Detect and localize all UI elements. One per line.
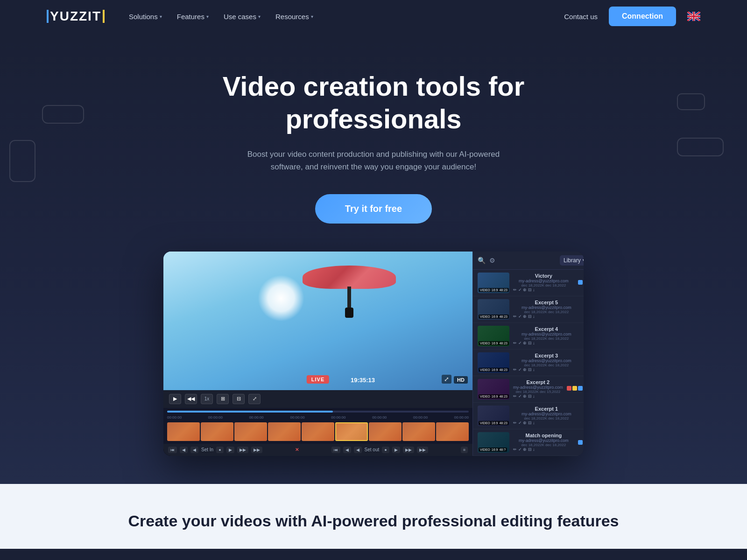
- lib-item-info: Excerpt 3 my-adress@yuzzitpro.com dec 18…: [513, 353, 580, 372]
- chevron-down-icon: ▾: [583, 257, 584, 264]
- language-flag-icon[interactable]: [687, 12, 700, 21]
- lib-item-title: Match opening: [513, 433, 574, 438]
- list-item[interactable]: VIDEO16:948:23 Excerpt 4 my-adress@yuzzi…: [473, 323, 584, 350]
- set-out-end-btn[interactable]: ▶▶: [417, 447, 428, 453]
- lib-item-date: dec 18,2022K dec 18,2022: [513, 443, 574, 447]
- library-items: VIDEO16:948:23 Victory my-adress@yuzzitp…: [473, 270, 584, 456]
- deco-rect-2: [9, 140, 35, 182]
- cancel-button[interactable]: ✕: [295, 447, 299, 452]
- timeline-timestamps: 00:00:00 00:00:00 00:00:00 00:00:00 00:0…: [167, 415, 469, 420]
- nav-item-usecases[interactable]: Use cases ▾: [218, 9, 266, 24]
- glider-wing: [303, 266, 396, 289]
- time-display: 19:35:13: [351, 377, 375, 384]
- logo-text: YUZZIT: [50, 9, 101, 24]
- list-item[interactable]: VIDEO16:948:23 Victory my-adress@yuzzitp…: [473, 270, 584, 296]
- expand-button[interactable]: ⤢: [248, 394, 261, 404]
- contact-link[interactable]: Contact us: [564, 13, 598, 21]
- thumb-item: [201, 422, 233, 441]
- hero-section: Video creation tools for professionals B…: [0, 33, 747, 484]
- thumb-item: [402, 422, 435, 441]
- main-nav: Solutions ▾ Features ▾ Use cases ▾ Resou…: [123, 9, 319, 24]
- set-in-end-btn[interactable]: ▶▶: [251, 447, 262, 453]
- lib-item-info: Excerpt 2 my-adress@yuzzitpro.com dec 18…: [513, 379, 563, 399]
- set-in-prev-btn[interactable]: ◀: [180, 447, 188, 453]
- badge-red: [567, 386, 571, 391]
- nav-item-solutions[interactable]: Solutions ▾: [123, 9, 168, 24]
- play-button[interactable]: ▶: [169, 394, 181, 404]
- deco-rect-1: [42, 105, 84, 124]
- list-item[interactable]: VIDEO16:948:23 Excerpt 5 my-adress@yuzzi…: [473, 296, 584, 323]
- nav-resources-label: Resources: [275, 13, 309, 21]
- lib-item-actions: ✏ ✓ ⊕ ⊟ ↓: [513, 447, 574, 452]
- lib-item-badges: [578, 440, 584, 445]
- list-item[interactable]: VIDEO16:948:23 Excerpt 3 my-adress@yuzzi…: [473, 350, 584, 376]
- nav-features-label: Features: [177, 13, 204, 21]
- hero-subtitle: Boost your video content production and …: [243, 148, 504, 173]
- lib-item-title: Excerpt 2: [513, 379, 563, 385]
- set-controls: ⏮ ◀ ◀ Set In ● ▶ ▶▶ ▶▶ ✕ ⏮ ◀ ◀ Set out ●: [163, 444, 472, 456]
- lib-item-date: dec 18,2022K dec 18,2022: [513, 416, 580, 420]
- connection-button[interactable]: Connection: [609, 7, 676, 26]
- thumb-item-selected: [335, 422, 368, 441]
- logo-bar-right: [103, 10, 105, 23]
- library-header: 🔍 ⚙ Library ▾: [473, 252, 584, 270]
- chevron-down-icon: ▾: [160, 14, 162, 19]
- set-in-next2-btn[interactable]: ▶▶: [237, 447, 248, 453]
- set-out-label: Set out: [365, 447, 380, 452]
- lib-item-email: my-adress@yuzzitpro.com: [513, 358, 580, 363]
- app-screenshot: LIVE 19:35:13 ⤢ HD ▶ ◀◀ 1x ⊞ ⊟ ⤢: [163, 252, 584, 456]
- library-thumbnail: VIDEO16:948:?: [478, 432, 509, 453]
- bottom-section: Create your videos with AI-powered profe…: [0, 484, 747, 549]
- thumb-item: [436, 422, 469, 441]
- list-item[interactable]: VIDEO16:948:23 Excerpt 1 my-adress@yuzzi…: [473, 403, 584, 429]
- nav-solutions-label: Solutions: [129, 13, 158, 21]
- set-in-start-btn[interactable]: ⏮: [168, 447, 177, 453]
- lib-item-badges: [578, 280, 584, 286]
- nav-item-features[interactable]: Features ▾: [171, 9, 214, 24]
- timeline-area[interactable]: 00:00:00 00:00:00 00:00:00 00:00:00 00:0…: [163, 408, 472, 444]
- header: YUZZIT Solutions ▾ Features ▾ Use cases …: [0, 0, 747, 33]
- try-free-button[interactable]: Try it for free: [315, 194, 432, 224]
- lib-item-actions: ✏ ✓ ⊕ ⊟ ↓: [513, 287, 574, 292]
- lib-item-title: Excerpt 4: [513, 326, 580, 332]
- audio-btn[interactable]: ≡: [461, 447, 468, 453]
- app-screenshot-wrapper: LIVE 19:35:13 ⤢ HD ▶ ◀◀ 1x ⊞ ⊟ ⤢: [163, 252, 584, 456]
- lib-item-actions: ✏ ✓ ⊕ ⊟ ↓: [513, 341, 580, 345]
- lib-item-date: dec 18,2022K dec 18,2022: [513, 336, 580, 341]
- set-in-next-btn[interactable]: ▶: [226, 447, 234, 453]
- nav-item-resources[interactable]: Resources ▾: [270, 9, 319, 24]
- set-out-next-btn[interactable]: ▶: [392, 447, 400, 453]
- set-out-record-btn[interactable]: ●: [382, 447, 389, 453]
- search-icon[interactable]: 🔍: [478, 257, 486, 264]
- logo[interactable]: YUZZIT: [47, 9, 105, 24]
- fullscreen-icon[interactable]: ⤢: [442, 375, 451, 384]
- set-in-record-btn[interactable]: ●: [216, 447, 223, 453]
- badge-blue: [578, 386, 583, 391]
- speed-button[interactable]: 1x: [201, 394, 213, 404]
- list-item[interactable]: VIDEO16:948:? Match opening my-adress@yu…: [473, 429, 584, 456]
- library-dropdown[interactable]: Library ▾: [560, 255, 584, 266]
- rewind-button[interactable]: ◀◀: [185, 394, 197, 404]
- player-side: LIVE 19:35:13 ⤢ HD ▶ ◀◀ 1x ⊞ ⊟ ⤢: [163, 252, 472, 456]
- lib-item-actions: ✏ ✓ ⊕ ⊟ ↓: [513, 420, 580, 425]
- lib-item-title: Excerpt 3: [513, 353, 580, 358]
- library-dropdown-label: Library: [564, 257, 581, 264]
- chevron-down-icon: ▾: [206, 14, 209, 19]
- set-in-prev2-btn[interactable]: ◀: [190, 447, 198, 453]
- lib-item-email: my-adress@yuzzitpro.com: [513, 332, 580, 336]
- set-out-start-btn[interactable]: ⏮: [331, 447, 340, 453]
- library-thumbnail: VIDEO16:948:23: [478, 299, 509, 320]
- filter-icon[interactable]: ⚙: [489, 257, 495, 264]
- clip-out-button[interactable]: ⊟: [233, 394, 245, 404]
- live-badge: LIVE: [307, 375, 329, 384]
- lib-item-date: dec 18,2022K dec 18,2022: [513, 363, 580, 367]
- header-left: YUZZIT Solutions ▾ Features ▾ Use cases …: [47, 9, 319, 24]
- set-out-next2-btn[interactable]: ▶▶: [403, 447, 414, 453]
- set-out-prev2-btn[interactable]: ◀: [354, 447, 362, 453]
- bottom-title: Create your videos with AI-powered profe…: [93, 512, 654, 530]
- set-out-prev-btn[interactable]: ◀: [343, 447, 351, 453]
- timeline-bar[interactable]: [167, 411, 469, 413]
- clip-in-button[interactable]: ⊞: [217, 394, 229, 404]
- list-item[interactable]: VIDEO16:948:23 Excerpt 2 my-adress@yuzzi…: [473, 376, 584, 403]
- lib-item-actions: ✏ ✓ ⊕ ⊟ ↓: [513, 314, 580, 319]
